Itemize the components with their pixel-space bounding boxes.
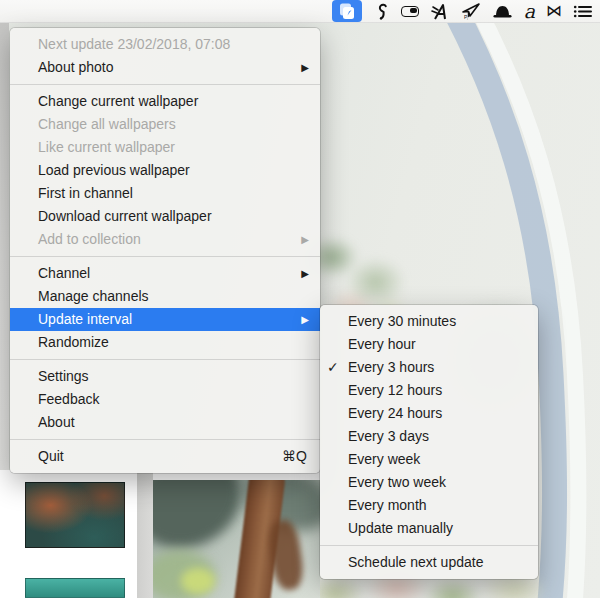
submenu-arrow-icon: ▶ [301,308,309,331]
menu-item-change-current-wallpaper[interactable]: Change current wallpaper [10,90,320,113]
wallpaper-app-icon[interactable] [332,0,362,22]
submenu-arrow-icon: ▶ [301,56,309,79]
submenu-item-every-24-hours[interactable]: Every 24 hours [320,402,538,425]
menu-item-add-to-collection: Add to collection ▶ [10,228,320,251]
checkmark-icon: ✓ [327,356,339,379]
submenu-item-every-hour[interactable]: Every hour [320,333,538,356]
menu-item-like-current-wallpaper: Like current wallpaper [10,136,320,159]
antenna-icon[interactable] [430,0,449,22]
app-dropdown-menu: Next update 23/02/2018, 07:08 About phot… [10,28,320,473]
menu-separator [10,359,320,360]
menu-item-next-update: Next update 23/02/2018, 07:08 [10,33,320,56]
submenu-item-every-week[interactable]: Every week [320,448,538,471]
menu-item-load-previous-wallpaper[interactable]: Load previous wallpaper [10,159,320,182]
menu-item-channel[interactable]: Channel ▶ [10,262,320,285]
menu-item-settings[interactable]: Settings [10,365,320,388]
list-icon[interactable] [573,0,592,22]
submenu-item-every-month[interactable]: Every month [320,494,538,517]
submenu-item-schedule-next-update[interactable]: Schedule next update [320,551,538,574]
menu-separator [10,256,320,257]
plant-bright-leaf [181,568,215,594]
menu-item-manage-channels[interactable]: Manage channels [10,285,320,308]
update-interval-submenu: Every 30 minutes Every hour ✓ Every 3 ho… [320,305,538,579]
menu-item-quit[interactable]: Quit ⌘Q [10,445,320,468]
menu-item-about[interactable]: About [10,411,320,434]
macos-menu-bar: P, a ⋈ [0,0,600,23]
hat-icon[interactable] [492,0,513,22]
svg-text:P,: P, [464,14,468,20]
gallery-divider [137,470,153,598]
submenu-item-update-manually[interactable]: Update manually [320,517,538,540]
submenu-item-every-two-week[interactable]: Every two week [320,471,538,494]
submenu-item-every-3-days[interactable]: Every 3 days [320,425,538,448]
menu-item-update-interval[interactable]: Update interval ▶ [10,308,320,331]
paper-plane-icon[interactable]: P, [460,0,481,22]
submenu-item-every-30-minutes[interactable]: Every 30 minutes [320,310,538,333]
menu-item-download-current-wallpaper[interactable]: Download current wallpaper [10,205,320,228]
menu-item-feedback[interactable]: Feedback [10,388,320,411]
plant-photo-tile[interactable] [153,480,320,598]
bowtie-icon[interactable]: ⋈ [546,0,562,22]
succulent-plant-upper [306,225,426,317]
menu-item-randomize[interactable]: Randomize [10,331,320,354]
gallery-window [0,470,320,598]
menu-item-change-all-wallpapers: Change all wallpapers [10,113,320,136]
submenu-item-every-12-hours[interactable]: Every 12 hours [320,379,538,402]
menu-item-about-photo[interactable]: About photo ▶ [10,56,320,79]
submenu-arrow-icon: ▶ [301,262,309,285]
quit-shortcut: ⌘Q [282,445,307,468]
hook-icon[interactable] [375,0,390,22]
letter-a-icon[interactable]: a [524,0,535,22]
submenu-arrow-icon: ▶ [301,228,309,251]
menu-item-first-in-channel[interactable]: First in channel [10,182,320,205]
submenu-item-every-3-hours[interactable]: ✓ Every 3 hours [320,356,538,379]
menu-separator [10,439,320,440]
nebula-thumbnail[interactable] [25,482,125,548]
menu-separator [10,84,320,85]
menu-separator [320,545,538,546]
toggle-icon[interactable] [401,0,419,22]
teal-thumbnail[interactable] [25,578,125,598]
